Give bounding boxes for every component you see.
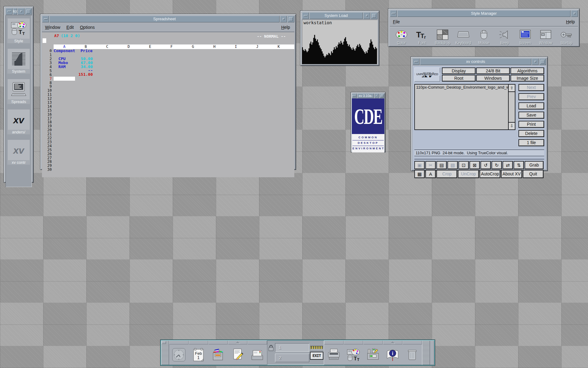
style-item-font[interactable]: TTrFont [412, 29, 432, 45]
minimize-button[interactable] [571, 10, 578, 17]
row-header-12[interactable]: 12 [42, 96, 54, 101]
cell[interactable]: 34.00 [75, 65, 96, 69]
flip-vertical-icon[interactable]: ⇅ [514, 161, 524, 169]
panel-button-clock[interactable] [169, 344, 189, 365]
xv-controls-titlebar[interactable]: xv controls [413, 58, 546, 65]
row-header-5[interactable]: 5 [42, 69, 54, 73]
style-manager-titlebar[interactable]: Style Manager [390, 10, 578, 17]
style-item-screen[interactable]: Screen [515, 29, 535, 45]
xv-button-image-size[interactable]: Image Size [511, 75, 544, 82]
menu-window[interactable]: Window [42, 25, 63, 30]
row-header-20[interactable]: 20 [42, 128, 54, 132]
panel-button-trash[interactable] [402, 344, 422, 365]
rotate-left-icon[interactable]: ↺ [481, 161, 491, 169]
style-item-window[interactable]: Window [535, 29, 556, 45]
menu-help[interactable]: Help [563, 19, 578, 24]
icon-box-item-xvcontr[interactable]: xvxv contr [7, 140, 30, 165]
copy-icon[interactable]: ▣ [414, 161, 425, 169]
minimize-button[interactable] [532, 58, 539, 65]
style-item-mouse[interactable]: Mouse [473, 29, 494, 45]
xv-button-algorithms[interactable]: Algorithms [511, 67, 544, 74]
xv-button-display[interactable]: Display [442, 67, 476, 74]
icon-box-item-anders[interactable]: xvanders/ [7, 109, 30, 134]
row-header-24[interactable]: 24 [42, 144, 54, 148]
xv-button-uncrop[interactable]: UnCrop [458, 170, 479, 178]
xv-button-about-xv[interactable]: About XV [501, 170, 522, 178]
maximize-button[interactable] [25, 8, 32, 15]
row-header-4[interactable]: 4 [42, 65, 54, 69]
window-menu-button[interactable] [413, 58, 420, 65]
icon-box-item-system[interactable]: System [7, 49, 30, 74]
exit-button[interactable]: EXIT [310, 352, 323, 360]
rotate-right-icon[interactable]: ↻ [492, 161, 502, 169]
xv-button-save[interactable]: Save [518, 112, 544, 119]
window-menu-button[interactable] [302, 12, 309, 19]
row-header-3[interactable]: 3 [42, 61, 54, 65]
window-expand-icon[interactable]: ⊠ [469, 161, 480, 169]
column-header-F[interactable]: F [161, 44, 182, 49]
menu-edit[interactable]: Edit [63, 25, 77, 30]
style-item-beep[interactable]: Beep [494, 29, 515, 45]
column-header-I[interactable]: I [225, 44, 247, 49]
file-list-item[interactable]: 110px-Common_Desktop_Environment_logo_an… [415, 85, 515, 90]
panel-button-help[interactable]: i [383, 344, 402, 365]
workspace-button-2[interactable]: 2 [275, 354, 309, 362]
xv-button-root[interactable]: Root [442, 75, 476, 82]
row-header-26[interactable]: 26 [42, 152, 54, 156]
style-item-startup[interactable]: Startup [556, 29, 577, 45]
row-header-25[interactable]: 25 [42, 148, 54, 152]
maximize-button[interactable] [371, 12, 378, 19]
column-header-G[interactable]: G [182, 44, 204, 49]
style-item-backdrop[interactable]: Backdrop [432, 29, 453, 45]
row-header-2[interactable]: 2 [42, 57, 54, 61]
spreadsheet-titlebar[interactable]: Spreadsheet [42, 16, 294, 22]
xv-button-24-8-bit[interactable]: 24/8 Bit [476, 67, 510, 74]
row-header-6[interactable]: 6 [42, 73, 54, 77]
cell[interactable]: RAM [54, 65, 75, 69]
maximize-button[interactable] [539, 58, 546, 65]
row-header-27[interactable]: 27 [42, 156, 54, 160]
subpanel-arrow-icon[interactable] [236, 341, 240, 343]
cell[interactable]: Price [75, 49, 102, 53]
flip-horizontal-icon[interactable]: ⇄ [503, 161, 513, 169]
menu-options[interactable]: Options [77, 25, 98, 30]
row-header-23[interactable]: 23 [42, 140, 54, 144]
row-header-11[interactable]: 11 [42, 92, 54, 97]
panel-button-calendar[interactable]: Feb1 [189, 344, 208, 365]
column-header-H[interactable]: H [204, 44, 225, 49]
maximize-button[interactable] [379, 93, 384, 98]
clear-icon[interactable]: ▧ [447, 161, 458, 169]
minimize-button[interactable] [363, 12, 370, 19]
subpanel-arrow-icon[interactable] [390, 341, 395, 343]
minimize-button[interactable] [17, 8, 24, 15]
column-header-K[interactable]: K [268, 44, 289, 49]
xv-button-next[interactable]: Next [518, 84, 544, 91]
menu-file[interactable]: File [390, 19, 403, 24]
minimize-button[interactable] [374, 93, 379, 98]
row-header-18[interactable]: 18 [42, 120, 54, 124]
column-header-E[interactable]: E [139, 44, 161, 49]
style-item-keyboard[interactable]: Keyboard [453, 29, 473, 45]
xv-button-delete[interactable]: Delete [518, 130, 544, 137]
row-header-30[interactable]: 30 [42, 167, 54, 172]
subpanel-tab-help[interactable] [383, 340, 402, 344]
system-load-titlebar[interactable]: System Load [302, 12, 378, 19]
row-header-9[interactable]: 9 [42, 84, 54, 89]
window-menu-button[interactable] [352, 93, 357, 98]
file-list[interactable]: 110px-Common_Desktop_Environment_logo_an… [414, 84, 515, 130]
panel-button-style-manager[interactable]: TT [344, 344, 363, 365]
row-header-16[interactable]: 16 [42, 112, 54, 117]
row-header-10[interactable]: 10 [42, 88, 54, 93]
icon-box-item-spreads[interactable]: Spreads [7, 79, 30, 104]
xv-button-autocrop[interactable]: AutoCrop [480, 170, 500, 178]
workspace-button-1[interactable]: 1 [275, 343, 309, 352]
row-header-29[interactable]: 29 [42, 163, 54, 168]
column-header-J[interactable]: J [247, 44, 268, 49]
row-header-28[interactable]: 28 [42, 159, 54, 164]
panel-button-mail[interactable] [247, 344, 267, 365]
row-header-7[interactable]: 7 [42, 77, 54, 81]
scroll-up-arrow-icon[interactable]: ⇧ [509, 85, 515, 92]
window-menu-button[interactable] [6, 8, 13, 15]
panel-grip-right[interactable] [422, 340, 430, 365]
row-header-1[interactable]: 1 [42, 53, 54, 57]
